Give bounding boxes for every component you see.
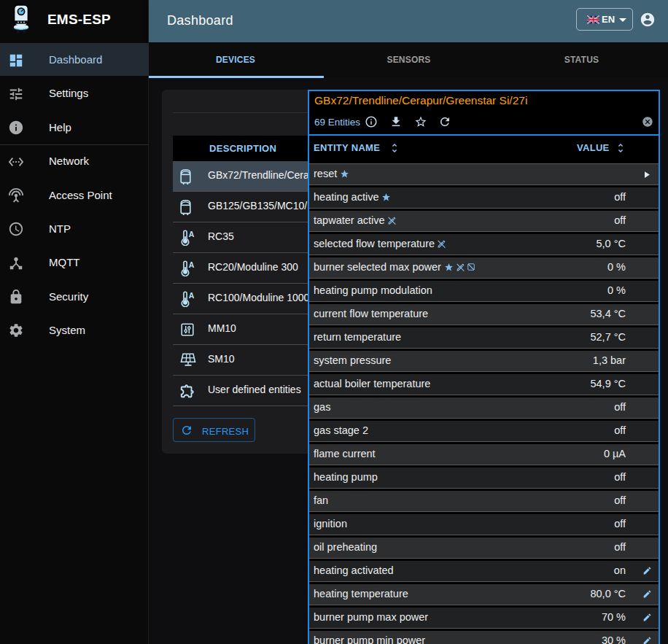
svg-text:A: A: [189, 230, 195, 238]
svg-text:A: A: [189, 291, 195, 300]
svg-text:A: A: [189, 260, 195, 269]
